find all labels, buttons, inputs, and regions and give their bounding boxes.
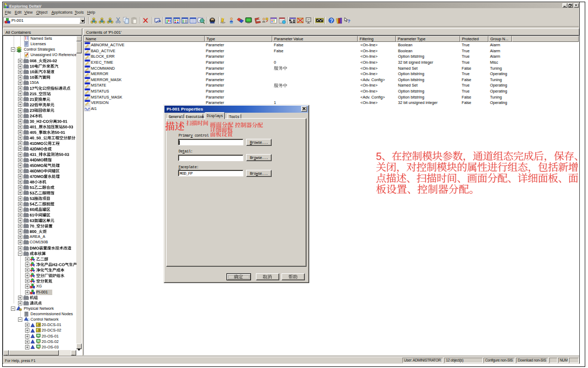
svg-text:?: ? <box>38 329 40 333</box>
svg-text:?: ? <box>38 323 40 327</box>
svg-text:?: ? <box>347 19 351 24</box>
